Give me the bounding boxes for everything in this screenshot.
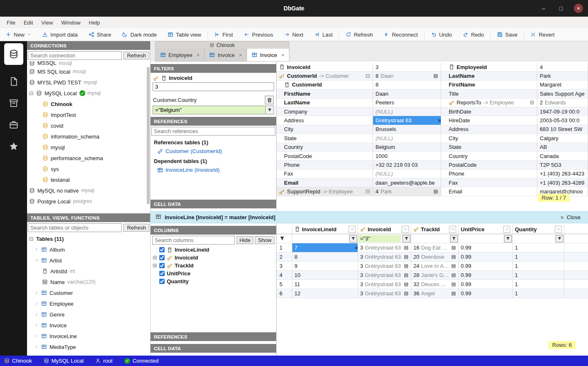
grid-cell[interactable]: 0.99: [459, 243, 513, 252]
grid-col-invoiceid[interactable]: InvoiceId: [358, 225, 411, 234]
form-field-label[interactable]: BirthDate: [441, 107, 537, 116]
grid-cell[interactable]: 11: [292, 280, 358, 289]
connection-performance-schema[interactable]: performance_schema: [27, 153, 150, 163]
form-field-value[interactable]: Brussels: [373, 125, 441, 134]
form-field-label[interactable]: PostalCode: [277, 152, 373, 160]
search-columns-input[interactable]: [152, 236, 235, 245]
form-field-value[interactable]: 2003-05-03 00:0: [537, 116, 588, 124]
grid-col-trackid[interactable]: TrackId: [411, 225, 459, 234]
grid-cell[interactable]: 20Overdose: [411, 252, 459, 261]
form-field-label[interactable]: Title: [441, 89, 537, 98]
grid-cell[interactable]: 3Grétrystraat 63: [358, 289, 411, 298]
grid-filter-invoicelineid[interactable]: [292, 234, 358, 243]
column-dropdown-button[interactable]: [348, 226, 356, 233]
widget-archive[interactable]: [9, 98, 19, 108]
table-mediatype[interactable]: MediaType: [27, 341, 150, 352]
column-toggle-invoicelineid[interactable]: InvoiceLineId: [151, 246, 276, 254]
undo-button[interactable]: Undo: [425, 28, 457, 41]
row-number[interactable]: 1: [277, 243, 292, 252]
row-number[interactable]: 4: [277, 271, 292, 279]
grid-cell[interactable]: 1: [513, 252, 564, 261]
widget-favorites[interactable]: [9, 141, 19, 151]
form-field-label[interactable]: State: [441, 143, 537, 151]
form-field-label[interactable]: City: [277, 125, 373, 134]
form-field-value[interactable]: Sales Support Age: [537, 89, 588, 98]
previous-button[interactable]: Previous: [238, 28, 279, 41]
form-field-value[interactable]: Peeters: [373, 99, 441, 107]
form-field-label[interactable]: Email: [441, 187, 537, 195]
delete-filter-button[interactable]: [265, 96, 274, 104]
grid-cell[interactable]: 1: [513, 262, 564, 270]
form-field-value[interactable]: +32 02 219 03 03: [373, 161, 441, 169]
column-dropdown-button[interactable]: [555, 226, 562, 233]
table-album[interactable]: Album: [27, 244, 150, 255]
grid-cell[interactable]: 3Grétrystraat 63: [358, 243, 411, 252]
new-button[interactable]: New: [0, 28, 37, 41]
references-header-bottom[interactable]: REFERENCES: [151, 332, 276, 341]
form-field-value[interactable]: daan_peeters@apple.be: [373, 178, 441, 187]
tables-group[interactable]: Tables (11): [27, 233, 150, 244]
column-checkbox[interactable]: [159, 279, 165, 284]
form-field-value[interactable]: (NULL): [373, 134, 441, 142]
tab-invoice-1[interactable]: Invoice×: [205, 49, 247, 62]
column-dropdown-button[interactable]: [503, 226, 510, 233]
form-field-value[interactable]: Calgary: [537, 134, 588, 142]
connection-chinook[interactable]: Chinook: [27, 99, 150, 109]
form-field-value[interactable]: 8Daan: [373, 72, 441, 80]
filter-menu-button[interactable]: [403, 235, 410, 242]
form-field-label[interactable]: LastName: [441, 72, 537, 80]
close-master-button[interactable]: × Close: [561, 214, 583, 221]
connection-mysl-pwd-test[interactable]: MYSL PWD TESTmysql: [27, 77, 150, 88]
form-field-label[interactable]: State: [277, 134, 373, 142]
grid-cell[interactable]: 0.99: [459, 262, 513, 270]
form-field-value[interactable]: Canada: [537, 152, 588, 160]
column-name[interactable]: Namevarchar(120): [27, 277, 150, 287]
connection-information-schema[interactable]: information_schema: [27, 131, 150, 142]
form-field-value[interactable]: +1 (403) 263-4289: [537, 178, 588, 187]
widget-files[interactable]: [9, 77, 19, 87]
cell-data-header[interactable]: CELL DATA: [151, 200, 276, 208]
show-button[interactable]: Show: [255, 236, 274, 244]
table-employee[interactable]: Employee: [27, 298, 150, 309]
filter-menu-button[interactable]: [265, 106, 274, 114]
refresh-button[interactable]: Refresh: [340, 28, 378, 41]
filter-menu-button[interactable]: [504, 235, 512, 242]
column-dropdown-button[interactable]: [402, 226, 409, 233]
grid-cell[interactable]: 1: [513, 289, 564, 298]
form-field-label[interactable]: Country: [277, 143, 373, 151]
form-field-label[interactable]: CustomerId: [277, 81, 373, 89]
form-field-label[interactable]: CustomerId-> Customer: [277, 72, 373, 80]
columns-header[interactable]: COLUMNS: [151, 226, 276, 235]
reference-link-invoiceline-invoiceid[interactable]: InvoiceLine (InvoiceId): [151, 166, 276, 174]
form-field-label[interactable]: FirstName: [441, 81, 537, 89]
menu-help[interactable]: Help: [85, 18, 104, 27]
form-field-value[interactable]: Daan: [373, 89, 441, 98]
form-field-value[interactable]: +1 (403) 263-4423: [537, 170, 588, 178]
share-button[interactable]: Share: [83, 28, 117, 41]
grid-cell[interactable]: 3Grétrystraat 63: [358, 262, 411, 270]
revert-button[interactable]: Revert: [525, 28, 560, 41]
grid-cell[interactable]: 12: [292, 289, 358, 298]
column-toggle-quantity[interactable]: Quantity: [151, 277, 276, 285]
form-field-label[interactable]: Fax: [441, 178, 537, 187]
form-field-label[interactable]: Phone: [441, 170, 537, 178]
filter-value-input[interactable]: [153, 82, 274, 91]
references-header[interactable]: REFERENCES: [151, 117, 276, 126]
connection-mssql[interactable]: MSSQLmssql: [27, 61, 150, 66]
status-chinook[interactable]: Chinook: [4, 358, 32, 364]
grid-cell[interactable]: 16Dog Eat Dog: [411, 243, 459, 252]
column-artistid[interactable]: ArtistIdint: [27, 266, 150, 277]
last-button[interactable]: Last: [309, 28, 338, 41]
form-field-value[interactable]: 8: [373, 81, 441, 89]
form-field-label[interactable]: EmployeeId: [441, 63, 537, 71]
row-number[interactable]: 6: [277, 289, 292, 298]
grid-filter-quantity[interactable]: [513, 234, 564, 243]
close-button[interactable]: ×: [574, 4, 583, 13]
grid-cell[interactable]: 0.99: [459, 280, 513, 289]
tab-employee-0[interactable]: Employee×: [155, 49, 205, 62]
form-field-label[interactable]: City: [441, 134, 537, 142]
grid-cell[interactable]: 7: [292, 243, 358, 252]
form-field-value[interactable]: 4Park: [373, 187, 441, 195]
status-mysql-local[interactable]: MySQL Local: [44, 358, 84, 364]
grid-filter-trackid[interactable]: [411, 234, 459, 243]
